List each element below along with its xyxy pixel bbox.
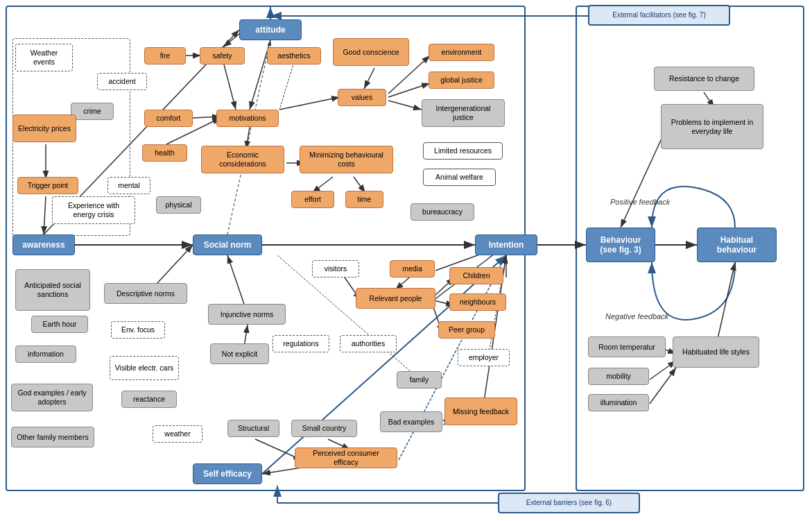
node-mental: mental (107, 177, 150, 194)
node-intergenerational-justice: Intergenerational justice (422, 99, 505, 127)
node-minimizing-costs: Minimizing behavioural costs (300, 146, 393, 173)
node-children: Children (449, 267, 503, 284)
node-external-facilitators: External facilitators (see fig. 7) (588, 5, 730, 26)
node-awareness: awareness (12, 234, 75, 255)
node-intention: Intention (475, 234, 537, 255)
node-comfort: comfort (144, 110, 193, 127)
node-effort: effort (291, 191, 334, 208)
node-animal-welfare: Animal welfare (423, 169, 496, 186)
node-bad-examples: Bad examples (380, 411, 442, 432)
node-accident: accident (97, 73, 147, 90)
node-small-country: Small country (291, 420, 357, 437)
node-social-norm: Social norm (193, 234, 262, 255)
node-health: health (142, 144, 187, 162)
node-habituated-life-styles: Habituated life styles (673, 336, 759, 368)
node-values: values (338, 89, 386, 106)
node-weather-events: Weather events (15, 44, 73, 71)
node-peer-group: Peer group (438, 321, 495, 339)
node-limited-resources: Limited resources (423, 142, 503, 160)
node-earth-hour: Earth hour (31, 316, 88, 333)
node-reactance: reactance (121, 391, 177, 408)
node-perceived-consumer: Perceived consumer efficacy (295, 447, 397, 468)
node-bureaucracy: bureaucracy (411, 203, 474, 221)
node-trigger-point: Trigger point (17, 177, 78, 194)
node-weather: weather (153, 425, 202, 443)
node-media: media (390, 260, 435, 277)
node-authorities: authorities (340, 335, 397, 352)
node-electricity-prices: Electricity prices (12, 114, 76, 142)
node-information: information (15, 345, 76, 363)
node-visitors: visitors (312, 260, 359, 277)
node-not-explicit: Not explicit (210, 343, 269, 364)
node-missing-feedback: Missing feedback (444, 398, 517, 425)
node-habitual-behaviour: Habitual behaviour (697, 228, 777, 262)
node-visible-electr-cars: Visible electr. cars (110, 356, 179, 380)
node-neighbours: neighbours (449, 293, 506, 311)
node-self-efficacy: Self efficacy (193, 463, 262, 484)
diagram: attitude awareness Social norm Self effi… (0, 0, 812, 521)
node-resistance-to-change: Resistance to change (654, 67, 754, 91)
node-environment: environment (429, 44, 494, 61)
node-crime: crime (71, 103, 114, 120)
node-relevant-people: Relevant people (356, 288, 435, 309)
node-experience-energy: Experience with energy crisis (52, 196, 135, 224)
node-economic-considerations: Economic considerations (201, 146, 284, 173)
node-global-justice: global justice (429, 71, 494, 89)
node-god-examples: God examples / early adopters (11, 384, 93, 411)
positive-feedback-label: Positive feedback (610, 198, 670, 206)
node-physical: physical (156, 196, 201, 214)
node-external-barriers: External barriers (see fig. 6) (498, 493, 640, 513)
node-anticipated-social: Anticipated social sanctions (15, 269, 90, 311)
node-descriptive-norms: Descriptive norms (104, 283, 187, 304)
node-room-temperature: Room temperatur (588, 336, 666, 357)
node-structural: Structural (227, 420, 279, 437)
node-mobility: mobility (588, 368, 649, 385)
node-motivations: motivations (216, 110, 279, 127)
node-employer: employer (458, 349, 510, 366)
node-aesthetics: aesthetics (267, 47, 321, 65)
node-problems-implement: Problems to implement in everyday life (661, 104, 763, 149)
node-illumination: illumination (588, 394, 649, 411)
node-regulations: regulations (273, 335, 329, 352)
node-other-family: Other family members (11, 427, 94, 447)
node-time: time (345, 191, 383, 208)
node-behaviour: Behaviour (see fig. 3) (586, 228, 655, 262)
node-injunctive-norms: Injunctive norms (208, 304, 286, 325)
node-good-conscience: Good conscience (333, 38, 409, 66)
node-family: family (397, 371, 442, 388)
node-fire: fire (144, 47, 186, 65)
node-env-focus: Env. focus (111, 321, 165, 339)
node-attitude: attitude (239, 19, 302, 40)
negative-feedback-label: Negative feedback (605, 312, 668, 321)
node-safety: safety (200, 47, 245, 65)
